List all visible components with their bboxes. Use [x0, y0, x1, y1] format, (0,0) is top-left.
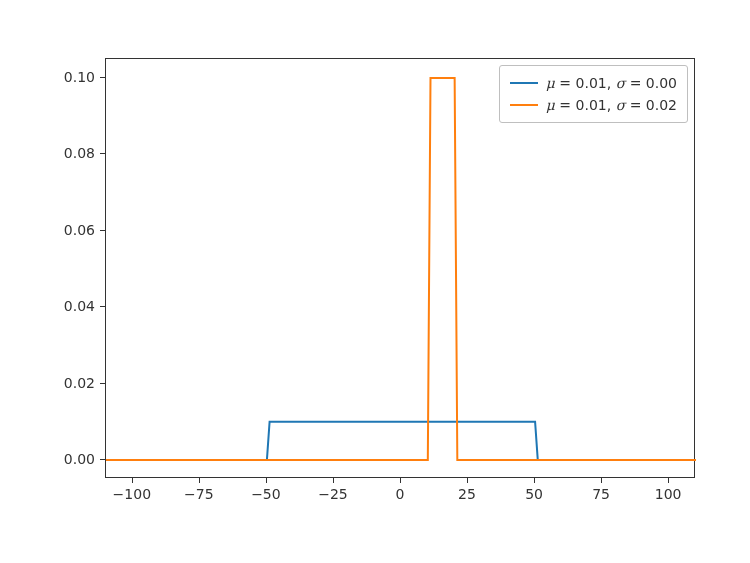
legend-item: μ = 0.01, σ = 0.02: [510, 94, 677, 116]
x-tick: [400, 478, 401, 483]
x-tick-label: −25: [318, 486, 348, 502]
plot-axes: μ = 0.01, σ = 0.00μ = 0.01, σ = 0.02: [105, 58, 695, 478]
x-tick: [266, 478, 267, 483]
x-tick-label: 25: [458, 486, 476, 502]
series-line-0: [106, 422, 696, 460]
legend-label: μ = 0.01, σ = 0.02: [546, 97, 677, 113]
y-tick: [100, 77, 105, 78]
y-tick-label: 0.06: [64, 222, 95, 238]
y-tick: [100, 306, 105, 307]
x-tick-label: 75: [592, 486, 610, 502]
y-tick-label: 0.10: [64, 69, 95, 85]
legend: μ = 0.01, σ = 0.00μ = 0.01, σ = 0.02: [499, 65, 688, 123]
y-tick-label: 0.04: [64, 298, 95, 314]
x-tick: [467, 478, 468, 483]
x-tick: [199, 478, 200, 483]
y-tick: [100, 459, 105, 460]
series-line-1: [106, 78, 696, 460]
x-tick-label: −100: [113, 486, 151, 502]
legend-swatch: [510, 104, 538, 106]
y-tick: [100, 230, 105, 231]
y-tick-label: 0.02: [64, 375, 95, 391]
legend-label: μ = 0.01, σ = 0.00: [546, 75, 677, 91]
x-tick-label: 0: [396, 486, 405, 502]
x-tick: [601, 478, 602, 483]
legend-item: μ = 0.01, σ = 0.00: [510, 72, 677, 94]
x-tick-label: −50: [251, 486, 281, 502]
y-tick: [100, 153, 105, 154]
x-tick-label: 100: [655, 486, 682, 502]
y-tick-label: 0.00: [64, 451, 95, 467]
x-tick: [534, 478, 535, 483]
x-tick: [668, 478, 669, 483]
legend-swatch: [510, 82, 538, 84]
x-tick-label: 50: [525, 486, 543, 502]
x-tick: [333, 478, 334, 483]
figure: μ = 0.01, σ = 0.00μ = 0.01, σ = 0.02 −10…: [0, 0, 750, 563]
y-tick-label: 0.08: [64, 145, 95, 161]
x-tick-label: −75: [184, 486, 214, 502]
x-tick: [132, 478, 133, 483]
y-tick: [100, 383, 105, 384]
